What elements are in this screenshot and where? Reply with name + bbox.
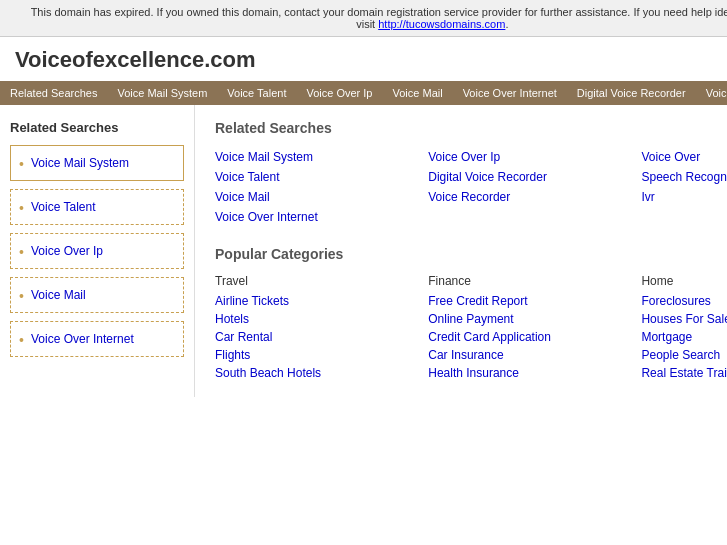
nav-item-3[interactable]: Voice Over Ip <box>296 81 382 105</box>
category-link-1-4[interactable]: Health Insurance <box>428 364 631 382</box>
popular-categories-title: Popular Categories <box>215 246 727 262</box>
categories-grid: TravelAirline TicketsHotelsCar RentalFli… <box>215 274 727 382</box>
related-link-1-0[interactable]: Voice Over Ip <box>428 148 631 166</box>
main-content: Related Searches Voice Mail SystemVoice … <box>0 105 727 397</box>
nav-item-7[interactable]: Voice Recorder <box>696 81 727 105</box>
sidebar-item-0[interactable]: Voice Mail System <box>10 145 184 181</box>
category-link-0-1[interactable]: Hotels <box>215 310 418 328</box>
category-link-0-4[interactable]: South Beach Hotels <box>215 364 418 382</box>
sidebar-title: Related Searches <box>10 120 184 135</box>
category-link-2-0[interactable]: Foreclosures <box>641 292 727 310</box>
category-link-0-0[interactable]: Airline Tickets <box>215 292 418 310</box>
nav-bar: Related SearchesVoice Mail SystemVoice T… <box>0 81 727 105</box>
related-links-grid: Voice Mail SystemVoice Over IpVoice Over… <box>215 148 727 226</box>
category-col-1: FinanceFree Credit ReportOnline PaymentC… <box>428 274 631 382</box>
related-link-1-1[interactable]: Digital Voice Recorder <box>428 168 631 186</box>
category-link-2-3[interactable]: People Search <box>641 346 727 364</box>
category-link-2-4[interactable]: Real Estate Training <box>641 364 727 382</box>
sidebar-item-2[interactable]: Voice Over Ip <box>10 233 184 269</box>
nav-item-2[interactable]: Voice Talent <box>217 81 296 105</box>
category-col-2: HomeForeclosuresHouses For SaleMortgageP… <box>641 274 727 382</box>
sidebar: Related Searches Voice Mail SystemVoice … <box>0 105 195 397</box>
categories-section: Popular Categories TravelAirline Tickets… <box>215 246 727 382</box>
related-link-0-0[interactable]: Voice Mail System <box>215 148 418 166</box>
nav-item-4[interactable]: Voice Mail <box>383 81 453 105</box>
category-col-0: TravelAirline TicketsHotelsCar RentalFli… <box>215 274 418 382</box>
related-link-1-2[interactable]: Voice Recorder <box>428 188 631 206</box>
related-link-0-2[interactable]: Voice Mail <box>215 188 418 206</box>
related-searches-title: Related Searches <box>215 120 727 136</box>
notice-bar: This domain has expired. If you owned th… <box>0 0 727 37</box>
category-link-0-2[interactable]: Car Rental <box>215 328 418 346</box>
sidebar-item-4[interactable]: Voice Over Internet <box>10 321 184 357</box>
category-heading-2: Home <box>641 274 727 288</box>
category-link-2-2[interactable]: Mortgage <box>641 328 727 346</box>
notice-link[interactable]: http://tucowsdomains.com <box>378 18 505 30</box>
category-link-2-1[interactable]: Houses For Sale <box>641 310 727 328</box>
sidebar-item-3[interactable]: Voice Mail <box>10 277 184 313</box>
nav-item-0[interactable]: Related Searches <box>0 81 107 105</box>
nav-item-5[interactable]: Voice Over Internet <box>453 81 567 105</box>
category-heading-0: Travel <box>215 274 418 288</box>
related-link-0-1[interactable]: Voice Talent <box>215 168 418 186</box>
nav-item-1[interactable]: Voice Mail System <box>107 81 217 105</box>
related-link-2-0[interactable]: Voice Over <box>641 148 727 166</box>
content-area: Related Searches Voice Mail SystemVoice … <box>195 105 727 397</box>
category-link-1-0[interactable]: Free Credit Report <box>428 292 631 310</box>
sidebar-item-1[interactable]: Voice Talent <box>10 189 184 225</box>
header: Voiceofexcellence.com <box>0 37 727 81</box>
category-link-1-2[interactable]: Credit Card Application <box>428 328 631 346</box>
category-link-1-1[interactable]: Online Payment <box>428 310 631 328</box>
category-heading-1: Finance <box>428 274 631 288</box>
related-link-2-2[interactable]: Ivr <box>641 188 727 206</box>
site-title: Voiceofexcellence.com <box>15 47 727 73</box>
category-link-1-3[interactable]: Car Insurance <box>428 346 631 364</box>
related-link-2-1[interactable]: Speech Recognition <box>641 168 727 186</box>
nav-item-6[interactable]: Digital Voice Recorder <box>567 81 696 105</box>
related-link-0-3[interactable]: Voice Over Internet <box>215 208 418 226</box>
category-link-0-3[interactable]: Flights <box>215 346 418 364</box>
